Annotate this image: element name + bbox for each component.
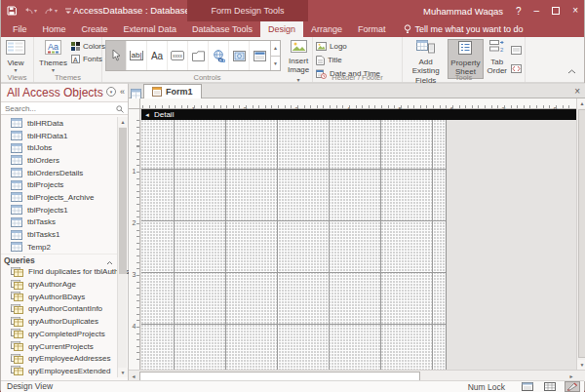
tab-design[interactable]: Design xyxy=(260,21,303,37)
vertical-scroll-thumb[interactable] xyxy=(578,109,585,358)
tab-external-data[interactable]: External Data xyxy=(116,21,185,37)
lightbulb-icon xyxy=(404,24,411,34)
gallery-scrollbar: ▲ ▼ xyxy=(270,41,280,70)
nav-search-box xyxy=(1,101,128,115)
tab-order-button[interactable]: 2 Tab Order xyxy=(486,39,509,77)
nav-item-label: tblProjects1 xyxy=(27,206,68,215)
nav-item-label: qryEmployeeAddresses xyxy=(28,354,110,363)
detail-section-bar[interactable]: ◄ Detail xyxy=(141,109,576,120)
tab-home[interactable]: Home xyxy=(35,21,74,37)
horizontal-ruler[interactable]: 12345678 xyxy=(140,98,576,109)
datasheet-view-button[interactable] xyxy=(542,381,558,392)
group-header-footer: Logo Title Date and Time Header / Footer xyxy=(313,37,403,82)
nav-scroll-thumb[interactable] xyxy=(119,128,127,274)
nav-item-label: tblOrders xyxy=(27,156,59,165)
tab-control-icon[interactable] xyxy=(188,41,209,70)
ribbon: View ▾ Views Aa Themes ▾ Colors ▾ A xyxy=(1,37,584,83)
tab-order-label-1: Tab xyxy=(490,58,503,66)
form-icon xyxy=(152,87,162,97)
nav-scroll-down-icon[interactable]: ▼ xyxy=(118,368,128,377)
tab-file[interactable]: File xyxy=(5,21,35,37)
nav-item-table[interactable]: Temp2 xyxy=(1,241,117,254)
redo-icon[interactable]: ▾ xyxy=(44,7,58,16)
status-bar: Design View Num Lock xyxy=(1,380,584,392)
vertical-scrollbar[interactable]: ▲ ▼ xyxy=(576,98,585,370)
themes-button[interactable]: Aa Themes ▾ xyxy=(37,39,69,75)
nav-item-label: tblProjects_Archive xyxy=(27,193,94,202)
navigation-control-icon[interactable] xyxy=(250,41,270,70)
view-button[interactable]: View ▾ xyxy=(4,39,27,75)
section-marker-icon: ◄ xyxy=(144,112,150,118)
document-tab-form1[interactable]: Form1 xyxy=(143,84,202,98)
view-icon xyxy=(6,40,25,57)
nav-item-label: tblProjects xyxy=(27,180,63,189)
collapse-group-icon[interactable] xyxy=(106,252,113,269)
select-control-icon[interactable] xyxy=(106,41,127,70)
collapse-ribbon-icon[interactable] xyxy=(567,60,576,78)
tab-create[interactable]: Create xyxy=(74,21,116,37)
property-sheet-label-1: Property xyxy=(450,59,480,67)
vertical-ruler[interactable]: 1234 xyxy=(129,109,140,370)
access-window: ▾ ▾ AccessDatabase : Database- C:\Users\… xyxy=(0,0,585,392)
group-views: View ▾ Views xyxy=(1,37,34,82)
nav-scroll-up-icon[interactable]: ▲ xyxy=(118,117,128,127)
help-icon[interactable]: ? xyxy=(516,6,522,17)
form-view-button[interactable] xyxy=(520,381,535,392)
maximize-icon[interactable] xyxy=(552,7,560,15)
nav-item-label: tblHRData1 xyxy=(27,132,67,140)
gallery-scroll-up-icon[interactable]: ▲ xyxy=(271,41,280,56)
design-view-button[interactable] xyxy=(565,381,580,392)
customize-qat-icon[interactable] xyxy=(64,7,72,15)
detail-section-label: Detail xyxy=(154,110,174,119)
nav-item-label: tblJobs xyxy=(27,143,52,152)
search-icon xyxy=(116,105,124,113)
tell-me-label: Tell me what you want to do xyxy=(415,24,524,34)
ruler-number: 1 xyxy=(129,145,139,197)
table-icon xyxy=(11,238,22,255)
subform-in-new-window-icon[interactable] xyxy=(511,41,522,59)
nav-item-label: qryAuthorContantInfo xyxy=(28,304,102,313)
nav-scrollbar[interactable]: ▲ ▼ xyxy=(117,117,127,377)
label-control-icon[interactable]: Aa xyxy=(147,41,168,70)
undo-icon[interactable]: ▾ xyxy=(23,7,37,16)
view-label: View xyxy=(7,59,23,67)
query-icon xyxy=(11,362,23,379)
ruler-number: 4 xyxy=(129,300,139,352)
form-design-grid[interactable] xyxy=(141,120,447,370)
ribbon-tab-bar: File Home Create External Data Database … xyxy=(1,21,584,37)
scroll-down-icon[interactable]: ▼ xyxy=(577,360,585,370)
nav-item-label: tblTasks xyxy=(27,217,56,226)
logo-label: Logo xyxy=(330,42,347,51)
user-name[interactable]: Muhammad Waqas xyxy=(423,6,503,17)
nav-item-label: qryEmployeesExtended xyxy=(28,367,111,375)
svg-text:A: A xyxy=(73,57,78,63)
nav-item-label: Find duplicates for tblAuthors xyxy=(28,267,130,276)
shutter-bar-collapse-icon[interactable]: « xyxy=(120,87,125,97)
save-icon[interactable] xyxy=(7,6,17,16)
close-document-icon[interactable]: × xyxy=(574,85,580,98)
tab-arrange[interactable]: Arrange xyxy=(303,21,350,37)
datasheet-view-icon xyxy=(544,382,556,391)
web-browser-control-icon[interactable] xyxy=(229,41,250,70)
tell-me-box[interactable]: Tell me what you want to do xyxy=(394,21,524,37)
gallery-more-icon[interactable]: ▼ xyxy=(271,56,280,71)
nav-item-label: tblOrdersDetails xyxy=(27,169,83,177)
search-input[interactable] xyxy=(5,103,107,114)
nav-item-label: tblTasks1 xyxy=(27,230,59,239)
text-box-control-icon[interactable]: ab| xyxy=(127,41,147,70)
nav-item-query[interactable]: qryEmployeesExtended xyxy=(1,365,117,377)
document-tab-label: Form1 xyxy=(166,87,193,97)
hyperlink-control-icon[interactable] xyxy=(209,41,229,70)
tab-format[interactable]: Format xyxy=(350,21,394,37)
scroll-up-icon[interactable]: ▲ xyxy=(577,98,585,108)
button-control-icon[interactable]: xxxx xyxy=(168,41,188,70)
fonts-label: Fonts xyxy=(83,55,102,63)
minimize-icon[interactable]: – xyxy=(534,6,540,16)
colors-icon xyxy=(71,42,80,51)
title-button[interactable]: Title xyxy=(316,55,380,65)
nav-pane-menu-icon[interactable]: ▾ xyxy=(106,87,116,97)
logo-button[interactable]: Logo xyxy=(316,41,380,52)
group-themes: Aa Themes ▾ Colors ▾ A Fonts ▾ Themes xyxy=(34,37,102,82)
close-icon[interactable]: × xyxy=(572,6,578,16)
tab-database-tools[interactable]: Database Tools xyxy=(184,21,260,37)
